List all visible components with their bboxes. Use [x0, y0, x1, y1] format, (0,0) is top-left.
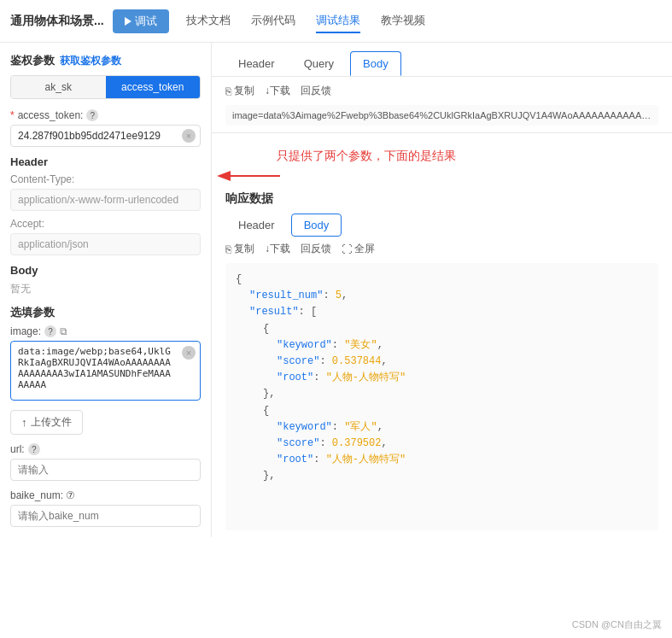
auth-section-title: 鉴权参数 获取鉴权参数 — [10, 53, 201, 68]
access-token-input[interactable] — [10, 125, 201, 147]
json-line: "result_num": 5, — [236, 288, 648, 304]
json-line: "keyword": "美女", — [236, 337, 648, 354]
copy-resp-icon: ⎘ — [225, 243, 231, 255]
response-inner-tabs: Header Body — [225, 214, 658, 237]
optional-section-title: 选填参数 — [10, 305, 201, 320]
baike-num-param-label: baike_num: ⑦ — [10, 489, 201, 501]
request-tab-body[interactable]: Body — [350, 51, 401, 76]
auth-tabs: ak_sk access_token — [10, 75, 201, 99]
json-line: { — [236, 321, 648, 337]
copy-request-btn[interactable]: ⎘ 复制 — [225, 84, 254, 98]
access-token-label: * access_token: ? — [10, 109, 201, 121]
access-token-clear-btn[interactable]: × — [182, 129, 196, 143]
json-line: "root": "人物-人物特写" — [236, 370, 648, 386]
image-textarea[interactable]: data:image/webp;base64,UklGRkIaAgBXRUJQV… — [10, 341, 201, 401]
json-line: { — [236, 403, 648, 419]
content-type-value: application/x-www-form-urlencoded — [10, 189, 201, 211]
auth-tab-access-token[interactable]: access_token — [106, 76, 201, 98]
nav-tab-tutorial[interactable]: 教学视频 — [381, 9, 425, 33]
request-tab-query[interactable]: Query — [291, 51, 347, 76]
json-line: }, — [236, 386, 648, 402]
nav-tabs: 技术文档 示例代码 调试结果 教学视频 — [186, 9, 425, 33]
app-title: 通用物体和场景... — [10, 14, 104, 29]
response-title: 响应数据 — [225, 191, 658, 207]
access-token-help-icon[interactable]: ? — [86, 109, 98, 121]
response-body: { "result_num": 5, "result": [ { "keywor… — [225, 263, 658, 530]
json-line: "score": 0.379502, — [236, 436, 648, 452]
content-type-label: Content-Type: — [10, 173, 201, 185]
request-tab-header[interactable]: Header — [225, 51, 288, 76]
download-request-btn[interactable]: ↓下载 — [265, 84, 290, 98]
sidebar: 鉴权参数 获取鉴权参数 ak_sk access_token * access_… — [0, 43, 212, 537]
copy-response-btn[interactable]: ⎘ 复制 — [225, 242, 254, 256]
json-line: "result": [ — [236, 304, 648, 320]
request-body-display: image=data%3Aimage%2Fwebp%3Bbase64%2CUkl… — [225, 105, 658, 126]
url-param-label: url: ? — [10, 443, 201, 455]
url-help-icon[interactable]: ? — [28, 443, 40, 455]
image-textarea-wrapper: data:image/webp;base64,UklGRkIaAgBXRUJQV… — [10, 341, 201, 403]
response-tab-header[interactable]: Header — [225, 214, 288, 237]
feedback-response-btn[interactable]: 回反馈 — [301, 242, 331, 256]
json-line: "score": 0.537844, — [236, 354, 648, 370]
right-content: ⎘ 复制 ↓下载 回反馈 image=data%3Aimage%2Fwebp%3… — [212, 77, 672, 537]
auth-tab-ak-sk[interactable]: ak_sk — [11, 76, 106, 98]
accept-value: application/json — [10, 233, 201, 255]
nav-tab-sample-code[interactable]: 示例代码 — [251, 9, 295, 33]
response-tab-body[interactable]: Body — [291, 214, 342, 237]
nav-tab-debug-result[interactable]: 调试结果 — [316, 9, 360, 33]
copy-icon: ⎘ — [225, 85, 231, 97]
response-action-bar: ⎘ 复制 ↓下载 回反馈 ⛶ 全屏 — [225, 242, 658, 256]
response-section: 响应数据 Header Body ⎘ 复制 ↓下载 — [212, 184, 672, 537]
url-input[interactable] — [10, 459, 201, 481]
play-icon — [125, 17, 131, 26]
access-token-input-wrapper: × — [10, 125, 201, 147]
json-line: { — [236, 272, 648, 288]
image-textarea-clear-btn[interactable]: × — [182, 346, 196, 360]
watermark: CSDN @CN自由之翼 — [572, 618, 662, 631]
fullscreen-response-btn[interactable]: ⛶ 全屏 — [342, 242, 375, 256]
baike-num-input[interactable] — [10, 505, 201, 527]
nav-tab-tech-doc[interactable]: 技术文档 — [186, 9, 231, 33]
body-section-title: Body — [10, 264, 201, 277]
upload-file-button[interactable]: ↑ 上传文件 — [10, 410, 83, 435]
json-line: "keyword": "军人", — [236, 419, 648, 436]
accept-label: Accept: — [10, 218, 201, 230]
trial-button[interactable]: 调试 — [113, 9, 169, 33]
json-line: "root": "人物-人物特写" — [236, 452, 648, 468]
feedback-request-btn[interactable]: 回反馈 — [301, 84, 331, 98]
right-panel: Header Query Body ⎘ 复制 ↓下载 — [212, 43, 672, 537]
request-action-bar: ⎘ 复制 ↓下载 回反馈 — [225, 84, 658, 98]
body-none-text: 暂无 — [10, 282, 201, 296]
download-response-btn[interactable]: ↓下载 — [265, 242, 290, 256]
get-auth-link[interactable]: 获取鉴权参数 — [60, 54, 121, 68]
image-param-label: image: ? ⧉ — [10, 325, 201, 337]
annotation-text: 只提供了两个参数，下面的是结果 — [277, 135, 672, 164]
json-line: }, — [236, 468, 648, 484]
image-copy-icon[interactable]: ⧉ — [60, 325, 67, 337]
request-tabs: Header Query Body — [212, 43, 672, 77]
main-layout: 鉴权参数 获取鉴权参数 ak_sk access_token * access_… — [0, 43, 672, 537]
top-bar: 通用物体和场景... 调试 技术文档 示例代码 调试结果 教学视频 — [0, 0, 672, 43]
image-help-icon[interactable]: ? — [44, 325, 56, 337]
request-section: ⎘ 复制 ↓下载 回反馈 image=data%3Aimage%2Fwebp%3… — [212, 77, 672, 133]
header-section-title: Header — [10, 155, 201, 168]
annotation-area: 只提供了两个参数，下面的是结果 — [212, 133, 672, 184]
